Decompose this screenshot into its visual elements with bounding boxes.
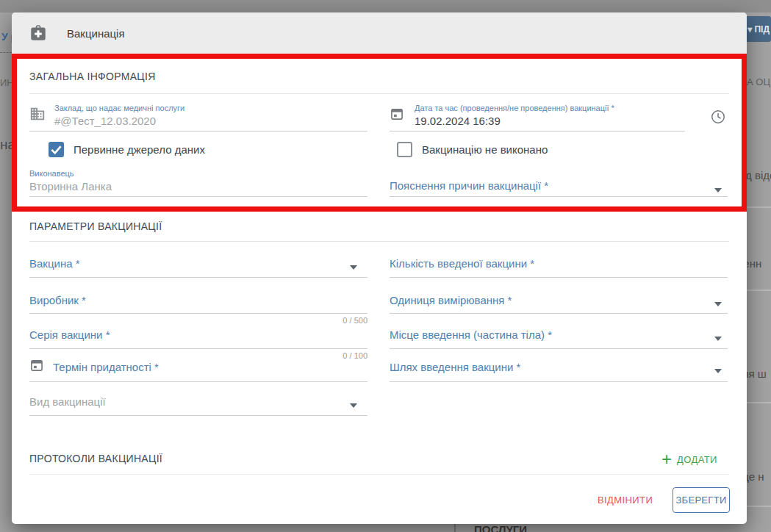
- backdrop-top-strip: [0, 0, 771, 12]
- datetime-value[interactable]: 19.02.2024 16:39: [415, 115, 501, 127]
- general-section-title: ЗАГАЛЬНА ІНФОРМАЦІЯ: [29, 71, 156, 82]
- modal-header: Вакцинація: [12, 12, 747, 54]
- route-select[interactable]: Шлях введення вакцини *: [390, 361, 520, 373]
- performer-label: Виконавець: [29, 169, 74, 178]
- section-divider: [29, 241, 729, 242]
- field-underline: [29, 381, 367, 382]
- backdrop-row-divider: [747, 290, 771, 291]
- manufacturer-counter: 0 / 500: [29, 316, 367, 325]
- field-underline: [29, 415, 367, 416]
- manufacturer-input[interactable]: Виробник *: [29, 294, 86, 306]
- backdrop-tab-fragment-right: А ОЦ: [747, 76, 770, 87]
- site-select[interactable]: Місце введення (частина тіла) *: [390, 328, 552, 341]
- reason-select[interactable]: Пояснення причин вакцинації *: [390, 179, 548, 192]
- expiry-date-field[interactable]: Термін придатності *: [53, 361, 159, 373]
- backdrop-bottom-divider: [454, 524, 456, 532]
- field-underline: [390, 131, 685, 132]
- chevron-down-icon[interactable]: [714, 302, 722, 306]
- field-underline: [390, 348, 728, 349]
- building-icon: [29, 106, 46, 125]
- modal-title: Вакцинація: [67, 27, 125, 40]
- not-performed-checkbox[interactable]: [397, 142, 412, 157]
- facility-label: Заклад, що надає медичні послуги: [54, 104, 184, 112]
- facility-value[interactable]: #@Тест_12.03.2020: [54, 115, 156, 127]
- field-underline: [390, 381, 728, 382]
- series-input[interactable]: Серія вакцини *: [29, 328, 110, 341]
- save-button-label: ЗБЕРЕГТИ: [675, 495, 726, 506]
- vaccination-modal: Вакцинація ЗАГАЛЬНА ІНФОРМАЦІЯ Заклад, щ…: [12, 12, 747, 524]
- performer-value[interactable]: Вторинна Ланка: [29, 180, 112, 193]
- medical-kit-icon: [29, 24, 48, 43]
- cancel-button[interactable]: ВІДМІНИТИ: [598, 495, 653, 506]
- field-underline: [29, 313, 367, 314]
- field-underline: [29, 131, 367, 132]
- not-performed-label: Вакцинацію не виконано: [422, 143, 548, 156]
- backdrop-row-divider: [747, 402, 771, 403]
- chevron-down-icon[interactable]: [714, 188, 722, 193]
- calendar-icon[interactable]: [390, 107, 404, 124]
- series-counter: 0 / 100: [29, 351, 367, 360]
- vaccine-select[interactable]: Вакцина *: [29, 257, 80, 270]
- backdrop-row-divider: [747, 206, 771, 208]
- chevron-down-icon[interactable]: [350, 403, 357, 408]
- section-divider: [29, 474, 729, 475]
- parameters-section-title: ПАРАМЕТРИ ВАКЦИНАЦІЇ: [29, 220, 162, 232]
- clock-icon[interactable]: [710, 109, 726, 128]
- chevron-down-icon[interactable]: [714, 337, 722, 341]
- field-underline: [29, 196, 367, 197]
- chevron-down-icon[interactable]: [350, 265, 357, 270]
- amount-input[interactable]: Кількість введеної вакцини *: [390, 257, 534, 270]
- datetime-label: Дата та час (проведення/не проведення) в…: [415, 104, 614, 112]
- protocols-section-title: ПРОТОКОЛИ ВАКЦИНАЦІЇ: [29, 453, 162, 464]
- vaccination-kind-select[interactable]: Вид вакцинації: [29, 395, 106, 408]
- primary-source-label: Первинне джерело даних: [73, 143, 205, 156]
- plus-icon: +: [661, 450, 672, 468]
- field-underline: [390, 313, 728, 314]
- unit-select[interactable]: Одиниця вимірювання *: [390, 294, 512, 306]
- backdrop-row-fragment-1: д відо: [745, 169, 771, 181]
- field-underline: [390, 196, 728, 197]
- backdrop-dashed-divider: [0, 52, 12, 53]
- chevron-down-icon[interactable]: [714, 369, 722, 373]
- calendar-icon[interactable]: [29, 358, 44, 375]
- field-underline: [29, 348, 367, 349]
- field-underline: [390, 277, 728, 278]
- add-protocol-label: ДОДАТИ: [677, 454, 717, 465]
- backdrop-row-divider: [747, 506, 771, 507]
- add-protocol-button[interactable]: + ДОДАТИ: [661, 450, 717, 468]
- save-button[interactable]: ЗБЕРЕГТИ: [673, 487, 730, 513]
- section-divider: [29, 93, 729, 94]
- field-underline: [29, 277, 367, 278]
- primary-source-checkbox[interactable]: [49, 142, 64, 157]
- backdrop-bottom-heading: ПОСЛУГИ: [474, 523, 527, 532]
